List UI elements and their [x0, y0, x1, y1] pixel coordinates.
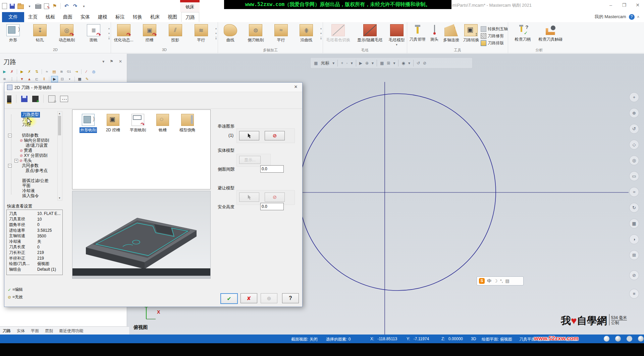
- cursor-mode-label[interactable]: 光标: [321, 60, 329, 66]
- group-label-analyze[interactable]: 分析: [508, 48, 570, 53]
- tree-item-xy-multi-passes[interactable]: ⊘XY 分层切削: [20, 153, 47, 158]
- tree-item-depth-cuts[interactable]: ⊘轴向分层切削: [20, 138, 49, 143]
- simulate-icon[interactable]: ≋: [58, 69, 65, 75]
- ribbon-item-along-curve[interactable]: ⋕ 沿曲线: [294, 24, 319, 43]
- open-dropdown-icon[interactable]: ▾: [26, 3, 33, 9]
- tab-toolpaths[interactable]: 刀路: [181, 12, 199, 22]
- shaded-edges-icon[interactable]: [615, 336, 621, 342]
- type-2d-pocket[interactable]: 2D 挖槽: [101, 114, 125, 133]
- selection-toolbar[interactable]: ▦ 光标 ▾ + ◦ ▾ ▶ ⊕ ▾ ▦ ⊞ ▾ ◉ ▾ ↺ ⊘: [310, 57, 473, 69]
- solid-show-button[interactable]: 显示...: [239, 156, 261, 164]
- chevron-down-icon[interactable]: ▾: [332, 61, 334, 65]
- bookmark-icon[interactable]: ⚑: [52, 3, 58, 9]
- ribbon-item-toolpath-trim[interactable]: 刀路修剪: [481, 33, 508, 39]
- add-button[interactable]: ⊕: [261, 293, 277, 303]
- undo-icon[interactable]: ↶: [63, 3, 69, 9]
- section-view-status[interactable]: 截面视图: 关闭: [291, 337, 318, 342]
- dots-icon[interactable]: ⋮: [9, 76, 15, 82]
- ribbon-item-show-hide-stock[interactable]: 显示/隐藏毛坯: [354, 24, 386, 43]
- tree-item-common-params[interactable]: −共同参数: [8, 163, 39, 168]
- display-dropdown-icon[interactable]: ▾: [66, 76, 73, 82]
- ime-toolbar[interactable]: S 中 ☽ °, ▤: [477, 276, 524, 285]
- tab-transform[interactable]: 转换: [129, 12, 146, 22]
- ribbon-item-stock-shading[interactable]: 毛坯着色切换: [323, 24, 354, 43]
- tree-item-break-through[interactable]: ⊘贯通: [20, 148, 32, 153]
- group-label-2d[interactable]: 2D: [0, 48, 111, 53]
- point-icon[interactable]: ◦: [346, 61, 347, 65]
- dialog-options-icon[interactable]: [60, 96, 68, 102]
- ribbon-item-swarf[interactable]: ⊜ 侧刃铣削: [244, 24, 268, 43]
- section-view-icon[interactable]: ▭: [629, 171, 639, 181]
- ribbon-item-parallel-5ax[interactable]: ≈ 平行: [269, 24, 293, 43]
- ribbon-item-drill[interactable]: ↧ 钻孔: [27, 24, 53, 43]
- chain-deselect-button[interactable]: ⊘: [265, 131, 285, 140]
- ribbon-item-convert-5axis[interactable]: 转换到五轴: [481, 26, 508, 32]
- zoom-fit-icon[interactable]: +: [629, 92, 639, 102]
- move-down-icon[interactable]: ▼: [19, 76, 25, 82]
- tree-scrollbar[interactable]: ▲ ▼: [57, 111, 62, 201]
- ribbon-item-parallel-3d[interactable]: ≋ 平行: [189, 24, 214, 43]
- dialog-close-icon[interactable]: ✕: [292, 84, 300, 90]
- tab-recent-panel[interactable]: 最近使用功能: [59, 328, 83, 334]
- group-label-multiaxis[interactable]: 多轴加工: [218, 48, 323, 53]
- minimize-icon[interactable]: –: [606, 1, 615, 9]
- save-icon[interactable]: [10, 4, 15, 9]
- restore-icon[interactable]: ❐: [620, 1, 629, 9]
- zoom-target-icon[interactable]: ◎: [629, 155, 639, 165]
- tree-item-planes[interactable]: 平面: [22, 183, 31, 188]
- ribbon-item-multiaxis-link[interactable]: 多轴连接: [441, 24, 462, 43]
- tree-item-origin-ref[interactable]: 原点/参考点: [25, 168, 48, 173]
- verify-icon[interactable]: ▤: [51, 69, 57, 75]
- tree-item-insert-command[interactable]: 插入指令: [22, 193, 39, 198]
- ime-moon-icon[interactable]: ☽: [494, 278, 498, 283]
- g1-post-icon[interactable]: G1: [66, 69, 72, 75]
- redo-icon[interactable]: ↷: [72, 3, 78, 9]
- save-params-icon[interactable]: [21, 96, 28, 102]
- type-model-chamfer[interactable]: 模型倒角: [175, 114, 200, 133]
- crosshair-icon[interactable]: +: [341, 61, 343, 65]
- ribbon-item-tool-manager[interactable]: 刀具管理: [407, 24, 428, 42]
- single-select-icon[interactable]: ▶: [51, 76, 58, 82]
- my-mastercam-label[interactable]: 我的 Mastercam: [595, 14, 626, 20]
- ribbon-item-pocket-3d[interactable]: ▣ 挖槽: [137, 24, 162, 43]
- tool-display-icon[interactable]: [7, 95, 11, 102]
- ribbon-item-toolpath-transform[interactable]: 刀路转换: [462, 24, 481, 43]
- export-params-icon[interactable]: [32, 96, 39, 102]
- dynamic-rotate-icon[interactable]: ↺: [629, 124, 639, 134]
- panel-help-icon[interactable]: ◎: [91, 69, 97, 75]
- plane-add-icon[interactable]: ⊞: [387, 61, 390, 65]
- select-arrow-icon[interactable]: ▶: [359, 61, 362, 65]
- chevron-down-icon[interactable]: ▾: [372, 61, 374, 65]
- scroll-insert-icon[interactable]: ⇕: [41, 76, 47, 82]
- regenerate-icon[interactable]: ↺: [417, 61, 420, 65]
- panel-dropdown-icon[interactable]: ▾: [102, 59, 104, 64]
- tab-file[interactable]: 文件: [2, 12, 24, 22]
- print-icon[interactable]: [35, 4, 41, 9]
- ime-keyboard-icon[interactable]: ▤: [505, 278, 509, 283]
- cancel-button[interactable]: ✘: [240, 293, 257, 303]
- clear-icon[interactable]: ⊘: [423, 61, 426, 65]
- extra-view-icon[interactable]: [638, 336, 644, 342]
- move-up-icon[interactable]: ▲: [26, 76, 33, 82]
- regen-dirty-icon[interactable]: ✗: [26, 69, 33, 75]
- tree-item-cut-params[interactable]: −切削参数: [8, 133, 39, 138]
- shade-toggle-icon[interactable]: ◑: [629, 234, 639, 244]
- chevron-down-icon[interactable]: ▾: [393, 61, 395, 65]
- tab-view[interactable]: 视图: [164, 12, 181, 22]
- tree-item-lead-in-out[interactable]: 进/退刀设置: [25, 143, 48, 148]
- menu-icon[interactable]: ≡: [629, 289, 639, 299]
- ribbon-item-check-tool-reach[interactable]: 检查刀具触碰: [535, 24, 567, 42]
- ok-button[interactable]: ✔: [220, 293, 238, 304]
- tree-item-coolant[interactable]: 冷却液: [22, 188, 35, 193]
- toolbar-options-icon[interactable]: ▾: [81, 3, 87, 9]
- tree-item-arc-filter[interactable]: 圆弧过滤/公差: [22, 178, 48, 183]
- chevron-down-icon[interactable]: ▾: [351, 61, 353, 65]
- grid-icon[interactable]: ▦: [314, 61, 318, 65]
- tab-planes-panel[interactable]: 平面: [31, 328, 39, 334]
- group-label-3d[interactable]: 3D: [111, 48, 218, 53]
- type-slot-mill[interactable]: 铣槽: [150, 114, 175, 133]
- shaded-view-icon[interactable]: [604, 336, 609, 342]
- cplane-status[interactable]: 绘图平面: 俯视图: [482, 337, 512, 342]
- insert-arrow-icon[interactable]: ⊏: [34, 76, 40, 82]
- avoid-select-button[interactable]: [239, 192, 259, 202]
